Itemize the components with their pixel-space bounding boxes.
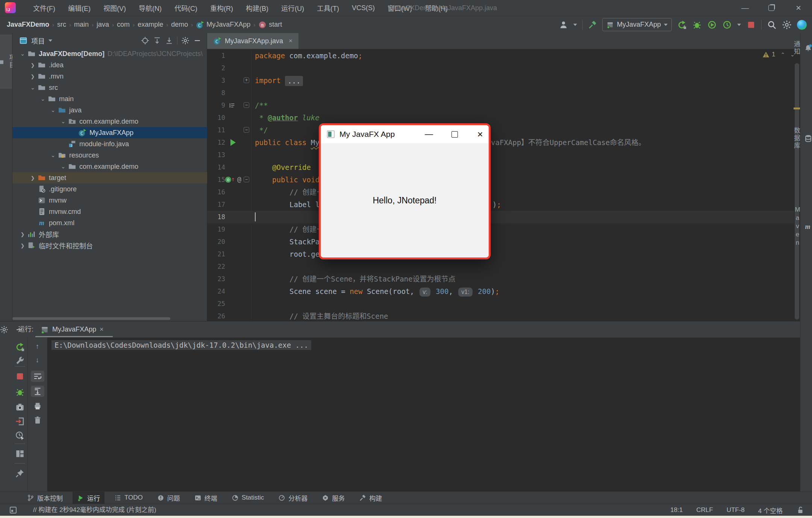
- editor-tab-myjavafxapp[interactable]: C MyJavaFXApp.java ×: [207, 33, 298, 49]
- menu-item-7[interactable]: 运行(U): [281, 3, 304, 13]
- code-line-25[interactable]: 25: [207, 298, 812, 310]
- menu-item-2[interactable]: 视图(V): [103, 3, 126, 13]
- tree-item-临时文件和控制台[interactable]: ❯临时文件和控制台: [12, 240, 212, 251]
- tree-chevron-icon[interactable]: ⌄: [48, 152, 58, 159]
- tree-chevron-icon[interactable]: ❯: [28, 62, 38, 68]
- expand-all-icon[interactable]: [153, 36, 161, 45]
- sidebar-tab-数据库[interactable]: 数据库: [800, 127, 812, 150]
- code-line-26[interactable]: 26// 设置主舞台的标题和Scene: [207, 310, 812, 321]
- code-line-21[interactable]: 21root.get: [207, 248, 812, 261]
- indent-widget[interactable]: 4 个空格: [758, 506, 783, 515]
- tree-chevron-icon[interactable]: ❯: [18, 243, 27, 248]
- run-icon[interactable]: [677, 20, 687, 30]
- tree-chevron-icon[interactable]: ⌄: [38, 95, 48, 102]
- code-line-16[interactable]: 16// 创建一个: [207, 186, 812, 198]
- tool-window-button-构建[interactable]: 构建: [354, 492, 386, 504]
- encoding-widget[interactable]: UTF-8: [727, 506, 745, 514]
- build-hammer-icon[interactable]: [588, 20, 597, 29]
- tree-item-mvnw[interactable]: mvnw: [12, 195, 222, 206]
- breadcrumb-item-example[interactable]: example: [138, 21, 163, 29]
- code-line-24[interactable]: 24Scene scene = new Scene(root, v: 300, …: [207, 285, 812, 298]
- tree-item-.gitignore[interactable]: .gitignore: [12, 183, 222, 195]
- editor-scrollbar[interactable]: [795, 63, 799, 320]
- tree-item-JavaFXDemo[interactable]: ⌄JavaFXDemo [Demo]D:\IDEAProjects\JCNCPr…: [12, 48, 212, 59]
- stop-icon[interactable]: [15, 371, 25, 381]
- chevron-down-icon[interactable]: [573, 24, 577, 26]
- menu-item-5[interactable]: 重构(R): [210, 3, 233, 13]
- fold-marker-icon[interactable]: −: [244, 127, 249, 133]
- profiler-icon[interactable]: [722, 20, 732, 30]
- javafx-close-button[interactable]: ×: [470, 125, 489, 143]
- sidebar-tab-project[interactable]: 项目: [0, 35, 12, 89]
- code-line-18[interactable]: 18: [207, 211, 812, 223]
- menu-item-0[interactable]: 文件(F): [33, 3, 55, 13]
- tree-chevron-icon[interactable]: ❯: [18, 232, 27, 237]
- window-minimize-button[interactable]: —: [735, 0, 756, 16]
- code-line-20[interactable]: 20StackPan: [207, 236, 812, 248]
- scrollend-icon[interactable]: [33, 387, 42, 396]
- tool-window-button-运行[interactable]: 运行: [73, 492, 105, 504]
- tree-item-mvnw.cmd[interactable]: mvnw.cmd: [12, 206, 222, 217]
- debug-icon[interactable]: [692, 20, 702, 30]
- tree-chevron-icon[interactable]: ⌄: [28, 84, 38, 91]
- tree-item-target[interactable]: ❯target: [12, 172, 222, 183]
- sidebar-tab-通知[interactable]: 通知: [800, 41, 812, 56]
- tool-window-switcher-icon[interactable]: [9, 506, 17, 514]
- menu-item-8[interactable]: 工具(T): [317, 3, 339, 13]
- breadcrumb-item-start[interactable]: mstart: [258, 21, 282, 29]
- horizontal-scrollbar[interactable]: [12, 317, 170, 320]
- code-line-10[interactable]: 10 * @author luke: [207, 112, 812, 124]
- tree-chevron-icon[interactable]: ⌄: [48, 107, 58, 114]
- search-icon[interactable]: [767, 20, 777, 30]
- javadoc-gutter-icon[interactable]: [229, 102, 235, 109]
- project-panel-title[interactable]: 项目: [31, 36, 45, 45]
- tool-window-button-问题[interactable]: 问题: [153, 492, 185, 504]
- run-configuration-combo[interactable]: MyJavaFXApp: [602, 18, 672, 31]
- code-line-1[interactable]: 1package com.example.demo;: [207, 50, 812, 62]
- caret-position-widget[interactable]: 18:1: [670, 506, 683, 514]
- breadcrumb-item-src[interactable]: src: [57, 21, 66, 29]
- down-icon[interactable]: ↓: [33, 356, 42, 365]
- code-line-17[interactable]: 17Label la);: [207, 198, 812, 211]
- tree-chevron-icon[interactable]: ❯: [28, 175, 38, 181]
- menu-item-6[interactable]: 构建(B): [246, 3, 268, 13]
- tree-chevron-icon[interactable]: ⌄: [18, 50, 27, 57]
- code-line-8[interactable]: 8: [207, 87, 812, 99]
- code-viewport[interactable]: 1package com.example.demo;23+import ...8…: [207, 49, 812, 321]
- code-line-3[interactable]: 3+import ...: [207, 74, 812, 87]
- javafx-minimize-button[interactable]: —: [419, 125, 439, 143]
- breadcrumb-item-javafxdemo[interactable]: JavaFXDemo: [7, 21, 49, 29]
- run-console[interactable]: E:\Downloads\CodesDownloads\jdk\jdk-17.0…: [47, 338, 812, 492]
- javafx-title-bar[interactable]: My JavaFX App — ×: [321, 125, 489, 143]
- select-opened-file-icon[interactable]: [141, 36, 149, 45]
- tree-chevron-icon[interactable]: ❯: [28, 74, 38, 79]
- up-icon[interactable]: ↑: [33, 342, 42, 351]
- breadcrumb-item-myjavafxapp[interactable]: CMyJavaFXApp: [196, 21, 250, 29]
- exit-icon[interactable]: [15, 417, 25, 426]
- tool-window-button-todo[interactable]: TODO: [110, 492, 147, 504]
- close-icon[interactable]: ×: [289, 37, 292, 45]
- tool-window-button-版本控制[interactable]: 版本控制: [23, 492, 67, 504]
- code-line-9[interactable]: 9−/**: [207, 99, 812, 112]
- code-line-14[interactable]: 14@Override: [207, 161, 812, 174]
- sidebar-tab-maven[interactable]: mMaven: [800, 206, 812, 247]
- window-restore-button[interactable]: [761, 0, 782, 16]
- tool-window-button-statistic[interactable]: Statistic: [227, 492, 269, 504]
- layout-icon[interactable]: [15, 449, 25, 459]
- code-line-19[interactable]: 19// 创建一个: [207, 223, 812, 236]
- breadcrumb-item-java[interactable]: java: [97, 21, 109, 29]
- camera-icon[interactable]: [15, 402, 25, 412]
- window-close-button[interactable]: ×: [788, 0, 809, 16]
- overrides-method-icon[interactable]: o: [225, 177, 231, 183]
- code-line-2[interactable]: 2: [207, 62, 812, 74]
- build-status-message[interactable]: // 构建在 2秒942毫秒内成功完成 (片刻之前): [33, 504, 156, 516]
- menu-item-3[interactable]: 导航(N): [139, 3, 162, 13]
- run-tab-myjavafxapp[interactable]: MyJavaFXApp ×: [41, 321, 104, 338]
- console-command-line[interactable]: E:\Downloads\CodesDownloads\jdk\jdk-17.0…: [52, 340, 311, 350]
- tree-item-main[interactable]: ⌄main: [12, 93, 232, 105]
- javafx-maximize-button[interactable]: [445, 125, 464, 143]
- gradient-sphere-icon[interactable]: [797, 20, 807, 30]
- line-separator-widget[interactable]: CRLF: [696, 506, 713, 514]
- softwrap-icon[interactable]: [33, 372, 42, 381]
- tool-window-button-分析器[interactable]: 分析器: [274, 492, 312, 504]
